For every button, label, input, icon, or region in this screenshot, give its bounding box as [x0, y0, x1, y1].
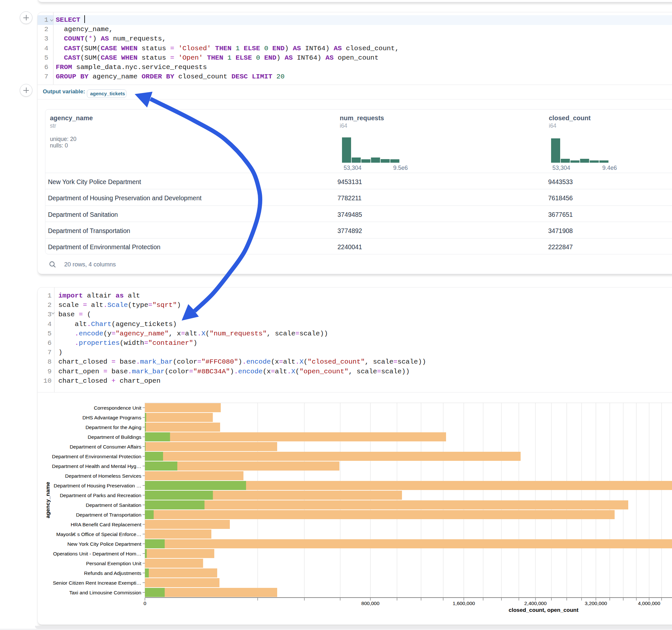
- svg-text:Department of Buildings: Department of Buildings: [88, 434, 142, 440]
- svg-text:Refunds and Adjustments: Refunds and Adjustments: [84, 571, 141, 576]
- svg-text:Taxi and Limousine Commission: Taxi and Limousine Commission: [69, 590, 141, 595]
- svg-text:Department of Transportation: Department of Transportation: [76, 512, 141, 517]
- svg-text:Department of Consumer Affairs: Department of Consumer Affairs: [70, 444, 141, 450]
- svg-text:0: 0: [144, 601, 146, 606]
- svg-text:Operations Unit - Department o: Operations Unit - Department of Hom…: [53, 551, 141, 556]
- svg-text:4,000,000: 4,000,000: [638, 601, 660, 606]
- svg-text:Personal Exemption Unit: Personal Exemption Unit: [86, 561, 141, 566]
- svg-text:1,600,000: 1,600,000: [453, 601, 475, 606]
- svg-text:3,200,000: 3,200,000: [585, 601, 607, 606]
- svg-text:Department of Parks and Recrea: Department of Parks and Recreation: [59, 492, 141, 498]
- svg-text:Department of Environmental Pr: Department of Environmental Protection: [52, 454, 141, 459]
- svg-text:Senior Citizen Rent Increase E: Senior Citizen Rent Increase Exempti…: [53, 580, 141, 586]
- svg-text:Department of Health and Menta: Department of Health and Mental Hyg…: [52, 463, 141, 469]
- svg-text:Mayorâ€ s Office of Special En: Mayorâ€ s Office of Special Enforce…: [56, 532, 141, 537]
- svg-text:Department of Homeless Service: Department of Homeless Services: [65, 473, 141, 479]
- svg-text:Department for the Aging: Department for the Aging: [86, 425, 141, 430]
- svg-text:closed_count, open_count: closed_count, open_count: [509, 607, 579, 613]
- svg-text:New York City Police Departmen: New York City Police Department: [67, 541, 142, 547]
- svg-text:HRA Benefit Card Replacement: HRA Benefit Card Replacement: [71, 522, 142, 527]
- svg-text:agency_name: agency_name: [45, 482, 51, 518]
- svg-text:Department of Housing Preserva: Department of Housing Preservation …: [53, 483, 141, 488]
- svg-text:Correspondence Unit: Correspondence Unit: [94, 405, 142, 411]
- svg-text:2,400,000: 2,400,000: [524, 601, 547, 606]
- svg-text:Department of Sanitation: Department of Sanitation: [86, 502, 141, 508]
- svg-text:800,000: 800,000: [361, 601, 380, 606]
- svg-text:DHS Advantage Programs: DHS Advantage Programs: [82, 415, 141, 420]
